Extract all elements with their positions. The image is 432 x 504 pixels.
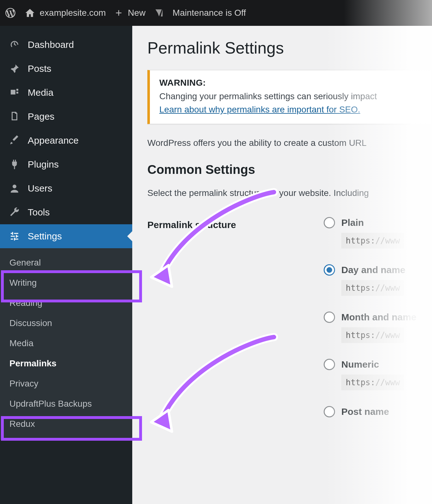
option-url: https://www [341, 327, 404, 343]
sidebar-item-label: Users [28, 183, 52, 194]
new-label: New [128, 8, 145, 18]
option-url: https://www [341, 375, 404, 390]
warning-notice: WARNING: Changing your permalinks settin… [147, 70, 432, 124]
subitem-writing[interactable]: Writing [0, 273, 132, 293]
permalink-structure-row: Permalink structure Plain https://www Da… [147, 217, 432, 433]
subitem-general[interactable]: General [0, 253, 132, 273]
subitem-privacy[interactable]: Privacy [0, 374, 132, 394]
option-plain[interactable]: Plain https://www [324, 217, 432, 249]
subitem-media[interactable]: Media [0, 333, 132, 353]
maintenance-label: Maintenance is Off [173, 8, 246, 18]
option-label: Numeric [341, 359, 379, 370]
option-numeric[interactable]: Numeric https://www [324, 359, 432, 390]
yoast-icon-link[interactable] [154, 8, 164, 18]
subitem-updraftplus[interactable]: UpdraftPlus Backups [0, 394, 132, 414]
admin-sidebar: Dashboard Posts Media Pages Appearance P… [0, 26, 132, 504]
yoast-icon [154, 8, 164, 18]
wp-logo[interactable] [4, 7, 16, 19]
page-title: Permalink Settings [147, 38, 432, 57]
site-home-link[interactable]: examplesite.com [25, 8, 106, 18]
subitem-reading[interactable]: Reading [0, 293, 132, 313]
sidebar-item-label: Posts [28, 63, 51, 74]
sidebar-item-label: Pages [28, 111, 54, 122]
maintenance-status[interactable]: Maintenance is Off [173, 8, 246, 18]
home-icon [25, 8, 35, 18]
sidebar-item-label: Plugins [28, 159, 59, 170]
wordpress-icon [4, 7, 16, 19]
radio-day-and-name[interactable] [324, 264, 335, 276]
sidebar-item-pages[interactable]: Pages [0, 105, 132, 129]
radio-numeric[interactable] [324, 359, 335, 370]
sidebar-item-label: Tools [28, 207, 50, 218]
option-label: Post name [341, 406, 389, 417]
sidebar-item-dashboard[interactable]: Dashboard [0, 33, 132, 57]
warning-link[interactable]: Learn about why permalinks are important… [159, 105, 360, 114]
structure-label: Permalink structure [147, 217, 324, 230]
sidebar-item-appearance[interactable]: Appearance [0, 129, 132, 152]
option-label: Day and name [341, 265, 405, 275]
sidebar-item-label: Media [28, 87, 54, 98]
sidebar-item-label: Settings [28, 231, 62, 242]
radio-post-name[interactable] [324, 406, 335, 417]
option-url: https://www [341, 280, 404, 296]
option-url: https://www [341, 233, 404, 249]
sidebar-item-media[interactable]: Media [0, 81, 132, 105]
warning-heading: WARNING: [159, 78, 422, 88]
admin-topbar: examplesite.com New Maintenance is Off [0, 0, 432, 26]
sidebar-item-tools[interactable]: Tools [0, 200, 132, 224]
media-icon [8, 87, 21, 98]
sidebar-item-plugins[interactable]: Plugins [0, 152, 132, 176]
radio-plain[interactable] [324, 217, 335, 228]
user-icon [8, 183, 21, 194]
plus-icon [114, 8, 123, 18]
section-heading: Common Settings [147, 163, 432, 177]
subitem-discussion[interactable]: Discussion [0, 313, 132, 333]
warning-body: Changing your permalinks settings can se… [159, 90, 422, 116]
option-day-and-name[interactable]: Day and name https://www [324, 264, 432, 296]
intro-text: WordPress offers you the ability to crea… [147, 138, 432, 148]
pin-icon [8, 63, 21, 74]
sliders-icon [8, 231, 21, 242]
sidebar-item-posts[interactable]: Posts [0, 57, 132, 81]
wrench-icon [8, 207, 21, 218]
sidebar-item-label: Dashboard [28, 39, 74, 50]
structure-options: Plain https://www Day and name https://w… [324, 217, 432, 433]
option-label: Month and name [341, 312, 416, 323]
option-month-and-name[interactable]: Month and name https://www [324, 312, 432, 343]
dashboard-icon [8, 39, 21, 50]
sidebar-item-label: Appearance [28, 135, 79, 146]
plug-icon [8, 159, 21, 170]
subitem-redux[interactable]: Redux [0, 414, 132, 434]
settings-submenu: General Writing Reading Discussion Media… [0, 248, 132, 440]
site-name: examplesite.com [40, 8, 106, 18]
pages-icon [8, 111, 21, 122]
sidebar-item-settings[interactable]: Settings [0, 224, 132, 248]
subitem-permalinks[interactable]: Permalinks [0, 353, 132, 374]
radio-month-and-name[interactable] [324, 312, 335, 323]
new-content-button[interactable]: New [114, 8, 145, 18]
sidebar-item-users[interactable]: Users [0, 176, 132, 200]
option-label: Plain [341, 217, 364, 228]
content-area: Permalink Settings WARNING: Changing you… [132, 26, 432, 504]
help-text: Select the permalink structure for your … [147, 188, 432, 198]
option-post-name[interactable]: Post name [324, 406, 432, 417]
brush-icon [8, 135, 21, 146]
